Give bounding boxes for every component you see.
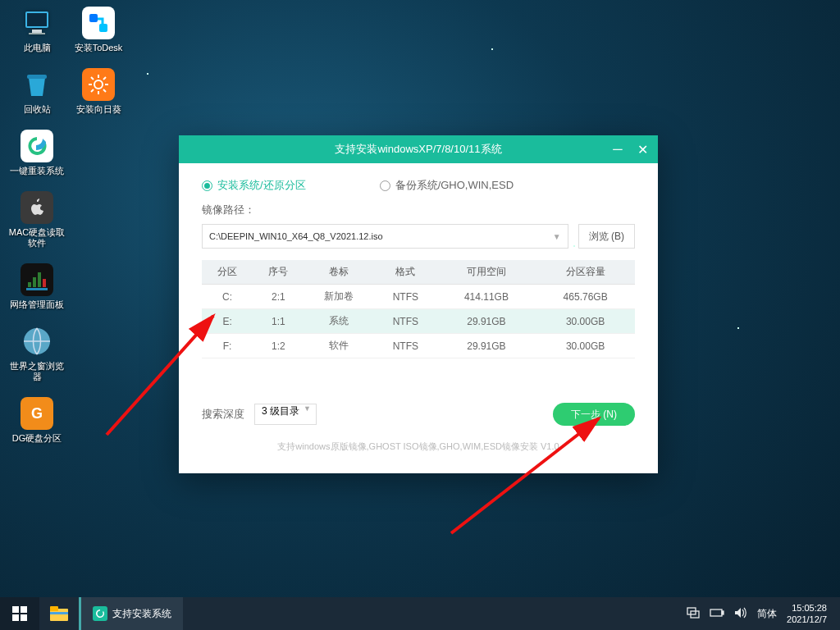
close-button[interactable]: ✕ — [630, 135, 655, 163]
svg-rect-2 — [32, 30, 42, 33]
icon-mac-disk-reader[interactable]: MAC硬盘读取软件 — [8, 191, 66, 249]
footnote-text: 支持windows原版镜像,GHOST ISO镜像,GHO,WIM,ESD镜像安… — [202, 441, 635, 453]
svg-line-20 — [91, 89, 94, 92]
icon-install-todesk[interactable]: 安装ToDesk — [70, 7, 127, 53]
svg-line-21 — [103, 77, 106, 80]
svg-line-19 — [103, 89, 106, 92]
svg-line-18 — [91, 77, 94, 80]
svg-rect-33 — [710, 609, 722, 616]
col-partition: 分区 — [202, 260, 253, 285]
image-path-dropdown[interactable]: C:\DEEPIN_WIN10_X64_Q8_V2021.12.iso ▼ — [202, 224, 568, 249]
svg-point-13 — [94, 80, 103, 89]
taskbar: 支持安装系统 简体 15:05:28 2021/12/7 — [0, 597, 840, 630]
svg-rect-30 — [50, 612, 68, 614]
partition-row[interactable]: C:2:1新加卷NTFS414.11GB465.76GB — [202, 285, 635, 309]
svg-rect-25 — [21, 606, 27, 613]
svg-rect-3 — [29, 33, 45, 34]
search-depth-select[interactable]: 3 级目录 ▼ — [254, 404, 317, 425]
svg-rect-1 — [27, 13, 47, 26]
desktop-icons-column-1: 此电脑 回收站 一键重装系统 MAC硬盘读取软件 网络管理面板 — [8, 7, 66, 444]
taskbar-explorer[interactable] — [39, 597, 79, 630]
radio-install-restore[interactable]: 安装系统/还原分区 — [202, 178, 306, 193]
taskbar-app-button[interactable]: 支持安装系统 — [79, 597, 183, 630]
app-icon — [93, 606, 107, 621]
search-depth-label: 搜索深度 — [202, 407, 244, 422]
desktop-icons-column-2: 安装ToDesk 安装向日葵 — [70, 7, 127, 115]
icon-theworld-browser[interactable]: 世界之窗浏览器 — [8, 325, 66, 382]
col-index: 序号 — [253, 260, 304, 285]
image-path-label: 镜像路径： — [202, 203, 635, 217]
computer-icon — [21, 7, 53, 39]
icon-network-panel[interactable]: 网络管理面板 — [8, 263, 66, 310]
radio-dot-icon — [380, 180, 390, 191]
svg-rect-4 — [27, 75, 47, 79]
svg-rect-26 — [12, 614, 19, 621]
todesk-icon — [82, 7, 115, 39]
reinstall-icon — [21, 130, 53, 162]
next-button[interactable]: 下一步 (N) — [553, 403, 635, 426]
col-label: 卷标 — [304, 260, 374, 285]
partition-table: 分区 序号 卷标 格式 可用空间 分区容量 C:2:1新加卷NTFS414.11… — [202, 260, 635, 358]
svg-rect-12 — [99, 24, 107, 32]
svg-rect-7 — [38, 272, 41, 287]
partition-row[interactable]: F:1:2软件NTFS29.91GB30.00GB — [202, 334, 635, 358]
radio-dot-icon — [202, 180, 212, 191]
taskbar-clock[interactable]: 15:05:28 2021/12/7 — [787, 602, 832, 625]
installer-window: 支持安装windowsXP/7/8/10/11系统 ─ ✕ 安装系统/还原分区 … — [179, 135, 658, 473]
window-titlebar[interactable]: 支持安装windowsXP/7/8/10/11系统 ─ ✕ — [179, 135, 658, 163]
apple-icon — [21, 191, 53, 224]
svg-rect-29 — [50, 606, 58, 611]
partition-row[interactable]: E:1:1系统NTFS29.91GB30.00GB — [202, 309, 635, 334]
icon-this-pc[interactable]: 此电脑 — [8, 7, 66, 53]
icon-install-sunflower[interactable]: 安装向日葵 — [70, 68, 127, 115]
volume-tray-icon[interactable] — [734, 607, 747, 621]
svg-rect-27 — [21, 614, 27, 621]
radio-backup[interactable]: 备份系统/GHO,WIN,ESD — [380, 178, 514, 193]
desktop: 此电脑 回收站 一键重装系统 MAC硬盘读取软件 网络管理面板 — [0, 0, 840, 630]
icon-one-click-reinstall[interactable]: 一键重装系统 — [8, 130, 66, 176]
icon-dg-partition[interactable]: G DG硬盘分区 — [8, 397, 66, 444]
dg-icon: G — [21, 397, 53, 430]
col-format: 格式 — [374, 260, 437, 285]
start-button[interactable] — [0, 597, 39, 630]
sunflower-icon — [82, 68, 115, 101]
network-panel-icon — [21, 263, 53, 296]
col-free: 可用空间 — [437, 260, 536, 285]
globe-icon — [21, 325, 53, 358]
svg-rect-5 — [28, 282, 31, 287]
system-tray: 简体 15:05:28 2021/12/7 — [678, 602, 840, 625]
recycle-bin-icon — [21, 68, 53, 101]
svg-rect-6 — [33, 277, 36, 287]
chevron-down-icon: ▼ — [304, 404, 311, 413]
icon-recycle-bin[interactable]: 回收站 — [8, 68, 66, 115]
ime-indicator[interactable]: 简体 — [757, 607, 777, 621]
chevron-down-icon: ▼ — [553, 232, 561, 241]
battery-tray-icon[interactable] — [710, 608, 724, 619]
browse-button[interactable]: 浏览 (B) — [578, 224, 635, 249]
svg-rect-24 — [12, 606, 19, 613]
minimize-button[interactable]: ─ — [605, 135, 630, 163]
col-total: 分区容量 — [536, 260, 635, 285]
svg-rect-34 — [722, 611, 724, 614]
network-tray-icon[interactable] — [687, 607, 700, 621]
window-title: 支持安装windowsXP/7/8/10/11系统 — [335, 142, 501, 157]
svg-rect-11 — [89, 14, 98, 22]
svg-rect-9 — [26, 288, 48, 290]
svg-rect-8 — [43, 279, 46, 287]
